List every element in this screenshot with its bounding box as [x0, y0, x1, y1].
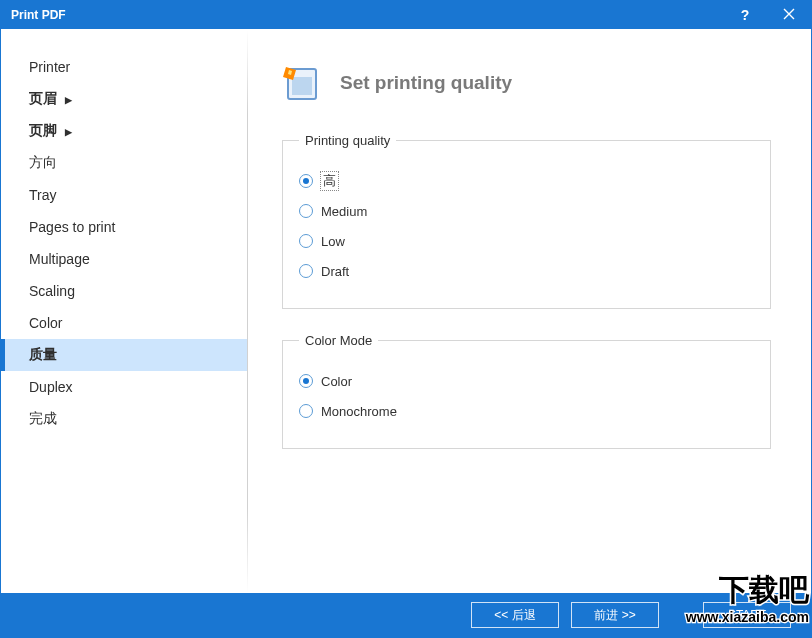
- group-legend: Printing quality: [299, 133, 396, 148]
- sidebar-item-duplex[interactable]: Duplex: [1, 371, 247, 403]
- sidebar-item-label: Scaling: [29, 283, 75, 299]
- page-icon: [282, 63, 322, 103]
- radio-icon: [299, 204, 313, 218]
- radio-label: 高: [321, 172, 338, 190]
- group-legend: Color Mode: [299, 333, 378, 348]
- radio-icon: [299, 374, 313, 388]
- radio-color-mode-color[interactable]: Color: [299, 370, 754, 392]
- sidebar-item-label: 页脚: [29, 122, 57, 140]
- sidebar-item-label: Tray: [29, 187, 56, 203]
- sidebar-item-label: Printer: [29, 59, 70, 75]
- help-icon: ?: [741, 7, 750, 23]
- radio-icon: [299, 174, 313, 188]
- sidebar-item-finish[interactable]: 完成: [1, 403, 247, 435]
- next-button[interactable]: 前进 >>: [571, 602, 659, 628]
- svg-rect-1: [292, 77, 312, 95]
- sidebar: Printer 页眉 ▶ 页脚 ▶ 方向 Tray Pages to print…: [1, 29, 247, 593]
- sidebar-item-label: 方向: [29, 154, 57, 172]
- radio-label: Draft: [321, 264, 349, 279]
- body: Printer 页眉 ▶ 页脚 ▶ 方向 Tray Pages to print…: [1, 29, 811, 593]
- group-color-mode: Color Mode Color Monochrome: [282, 333, 771, 449]
- sidebar-item-header[interactable]: 页眉 ▶: [1, 83, 247, 115]
- sidebar-item-orientation[interactable]: 方向: [1, 147, 247, 179]
- sidebar-item-scaling[interactable]: Scaling: [1, 275, 247, 307]
- sidebar-item-label: Duplex: [29, 379, 73, 395]
- sidebar-item-printer[interactable]: Printer: [1, 51, 247, 83]
- close-button[interactable]: [767, 1, 811, 29]
- sidebar-item-label: Pages to print: [29, 219, 115, 235]
- radio-label: Monochrome: [321, 404, 397, 419]
- sidebar-item-label: 质量: [29, 346, 57, 364]
- radio-quality-low[interactable]: Low: [299, 230, 754, 252]
- sidebar-item-label: Color: [29, 315, 62, 331]
- radio-icon: [299, 264, 313, 278]
- sidebar-item-tray[interactable]: Tray: [1, 179, 247, 211]
- back-button[interactable]: << 后退: [471, 602, 559, 628]
- sidebar-item-color[interactable]: Color: [1, 307, 247, 339]
- sidebar-item-quality[interactable]: 质量: [1, 339, 247, 371]
- footer: << 后退 前进 >> START: [1, 593, 811, 637]
- radio-icon: [299, 234, 313, 248]
- radio-color-mode-monochrome[interactable]: Monochrome: [299, 400, 754, 422]
- content: Set printing quality Printing quality 高 …: [248, 29, 811, 593]
- page-title: Set printing quality: [340, 72, 512, 94]
- group-printing-quality: Printing quality 高 Medium Low Draft: [282, 133, 771, 309]
- radio-icon: [299, 404, 313, 418]
- sidebar-item-footer[interactable]: 页脚 ▶: [1, 115, 247, 147]
- window-title: Print PDF: [11, 8, 66, 22]
- radio-label: Medium: [321, 204, 367, 219]
- window: Print PDF ? Printer 页眉 ▶ 页脚 ▶: [0, 0, 812, 638]
- radio-label: Color: [321, 374, 352, 389]
- radio-quality-high[interactable]: 高: [299, 170, 754, 192]
- sidebar-item-pages-to-print[interactable]: Pages to print: [1, 211, 247, 243]
- titlebar: Print PDF ?: [1, 1, 811, 29]
- help-button[interactable]: ?: [723, 1, 767, 29]
- chevron-right-icon: ▶: [65, 127, 72, 137]
- sidebar-item-multipage[interactable]: Multipage: [1, 243, 247, 275]
- close-icon: [783, 8, 795, 23]
- radio-quality-medium[interactable]: Medium: [299, 200, 754, 222]
- radio-label: Low: [321, 234, 345, 249]
- radio-quality-draft[interactable]: Draft: [299, 260, 754, 282]
- page-header: Set printing quality: [282, 63, 771, 103]
- sidebar-item-label: 完成: [29, 410, 57, 428]
- chevron-right-icon: ▶: [65, 95, 72, 105]
- sidebar-item-label: Multipage: [29, 251, 90, 267]
- start-button[interactable]: START: [703, 602, 791, 628]
- sidebar-item-label: 页眉: [29, 90, 57, 108]
